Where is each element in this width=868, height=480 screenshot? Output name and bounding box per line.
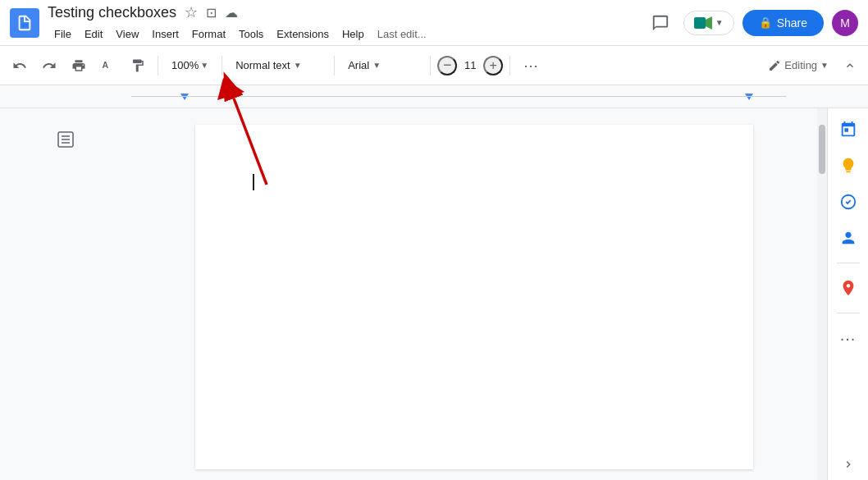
svg-rect-0 <box>21 23 27 24</box>
main-content: ··· <box>0 108 868 480</box>
title-section: Testing checkboxes ☆ ⊡ ☁ File Edit View … <box>48 2 637 43</box>
text-cursor <box>253 174 254 190</box>
svg-text:A: A <box>103 60 109 70</box>
editing-mode-button[interactable]: Editing ▼ <box>761 56 835 75</box>
svg-rect-2 <box>694 17 706 29</box>
editing-label: Editing <box>784 59 817 71</box>
paint-format-button[interactable] <box>125 53 151 79</box>
meet-chevron: ▼ <box>715 18 724 27</box>
meet-button[interactable]: ▼ <box>683 11 734 35</box>
toolbar-separator-5 <box>509 56 510 75</box>
menu-format[interactable]: Format <box>185 25 232 43</box>
toolbar-separator-2 <box>222 56 222 75</box>
toolbar: A 100% ▼ Normal text ▼ Arial ▼ − 11 <box>0 46 868 85</box>
font-dropdown[interactable]: Arial ▼ <box>341 56 423 75</box>
star-icon[interactable]: ☆ <box>183 2 199 23</box>
comment-button[interactable] <box>646 8 675 38</box>
font-size-value[interactable]: 11 <box>459 57 482 73</box>
maps-panel-icon[interactable] <box>834 273 863 303</box>
toolbar-separator-4 <box>430 56 431 75</box>
title-right: ▼ 🔒 Share M <box>646 8 858 38</box>
lock-icon: 🔒 <box>759 16 772 29</box>
ruler-area <box>0 85 868 108</box>
spelling-button[interactable]: A <box>95 53 121 79</box>
document-page[interactable] <box>195 125 753 469</box>
redo-button[interactable] <box>36 53 62 79</box>
menu-view[interactable]: View <box>109 25 145 43</box>
checklist-panel-icon[interactable] <box>51 125 80 154</box>
folder-icon[interactable]: ⊡ <box>204 3 218 22</box>
zoom-value: 100% <box>171 59 199 71</box>
last-edit[interactable]: Last edit... <box>371 25 433 43</box>
panel-separator <box>837 263 860 263</box>
calendar-panel-icon[interactable] <box>834 115 863 144</box>
scrollbar[interactable] <box>817 108 827 480</box>
more-options-button[interactable]: ⋯ <box>517 53 545 78</box>
menu-insert[interactable]: Insert <box>145 25 185 43</box>
user-avatar[interactable]: M <box>832 10 858 36</box>
contacts-panel-icon[interactable] <box>834 223 863 253</box>
menu-file[interactable]: File <box>48 25 78 43</box>
sidebar-left <box>0 108 131 480</box>
google-docs-icon <box>10 8 39 38</box>
cloud-icon: ☁ <box>223 3 240 22</box>
collapse-toolbar-button[interactable] <box>838 54 861 77</box>
style-dropdown[interactable]: Normal text ▼ <box>229 56 327 75</box>
font-size-decrease-button[interactable]: − <box>437 56 457 75</box>
share-button[interactable]: 🔒 Share <box>742 10 824 36</box>
print-button[interactable] <box>66 53 92 79</box>
more-panel-icon[interactable]: ··· <box>834 323 863 353</box>
right-panel: ··· <box>827 108 868 480</box>
menu-bar: File Edit View Insert Format Tools Exten… <box>48 25 637 43</box>
zoom-chevron-icon: ▼ <box>200 61 208 70</box>
document-title[interactable]: Testing checkboxes <box>48 4 176 21</box>
share-label: Share <box>777 16 807 30</box>
title-bar: Testing checkboxes ☆ ⊡ ☁ File Edit View … <box>0 0 868 46</box>
menu-help[interactable]: Help <box>336 25 371 43</box>
svg-marker-3 <box>706 16 712 30</box>
font-size-increase-button[interactable]: + <box>483 56 503 75</box>
undo-button[interactable] <box>7 53 33 79</box>
font-chevron-icon: ▼ <box>372 61 381 70</box>
style-label: Normal text <box>235 59 290 71</box>
keep-panel-icon[interactable] <box>834 151 863 181</box>
svg-rect-1 <box>21 25 27 26</box>
tasks-panel-icon[interactable] <box>834 187 863 217</box>
ruler-line <box>131 96 786 97</box>
toolbar-separator-1 <box>158 56 158 75</box>
toolbar-separator-3 <box>334 56 335 75</box>
font-size-control: − 11 + <box>437 56 503 75</box>
editing-chevron-icon: ▼ <box>820 61 829 70</box>
expand-panel-icon[interactable] <box>834 450 863 479</box>
font-label: Arial <box>348 59 369 71</box>
menu-extensions[interactable]: Extensions <box>270 25 336 43</box>
panel-separator-2 <box>837 313 860 313</box>
style-chevron-icon: ▼ <box>294 61 302 70</box>
menu-tools[interactable]: Tools <box>232 25 270 43</box>
zoom-control[interactable]: 100% ▼ <box>165 56 215 75</box>
menu-edit[interactable]: Edit <box>78 25 109 43</box>
document-area <box>131 108 817 480</box>
scrollbar-thumb[interactable] <box>819 125 825 174</box>
